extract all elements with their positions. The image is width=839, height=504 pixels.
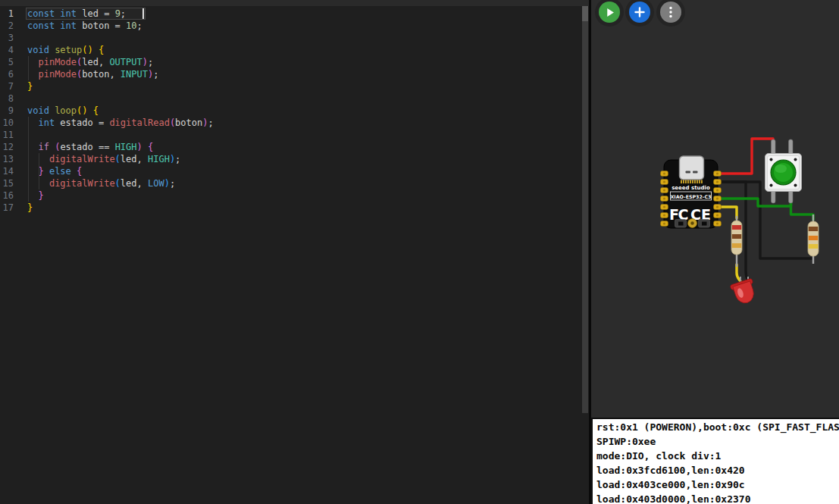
code-line-6[interactable]: 6 pinMode(boton, INPUT);: [0, 68, 589, 80]
indent-guide: [39, 153, 39, 189]
line-number: 6: [0, 68, 14, 80]
line-number: 2: [0, 20, 14, 32]
line-number: 14: [0, 165, 14, 177]
serial-line: load:0x403ce000,len:0x90c: [596, 477, 839, 492]
line-number: 5: [0, 56, 14, 68]
simulation-panel[interactable]: seeed studio XIAO-ESP32-C3 FC CE: [591, 0, 839, 419]
serial-line: load:0x403d0000,len:0x2370: [596, 492, 839, 504]
serial-line: load:0x3fcd6100,len:0x420: [596, 463, 839, 477]
serial-line: mode:DIO, clock div:1: [596, 449, 839, 463]
code-line-4[interactable]: 4void setup() {: [0, 44, 589, 56]
board-model-label: XIAO-ESP32-C3: [671, 194, 712, 199]
code-line-14[interactable]: 14 } else {: [0, 165, 589, 177]
code-line-3[interactable]: 3: [0, 32, 589, 44]
wire-green-button-resistor[interactable]: [791, 193, 814, 220]
line-number: 9: [0, 105, 14, 117]
code-line-2[interactable]: 2const int boton = 10;: [0, 20, 589, 32]
line-number: 15: [0, 177, 14, 189]
serial-line: rst:0x1 (POWERON),boot:0xc (SPI_FAST_FLA…: [596, 420, 839, 434]
scrollbar-thumb[interactable]: [582, 6, 588, 21]
green-pushbutton[interactable]: [765, 139, 802, 203]
code-line-5[interactable]: 5 pinMode(led, OUTPUT);: [0, 56, 589, 68]
code-line-1[interactable]: 1const int led = 9;: [0, 8, 589, 20]
line-number: 8: [0, 92, 14, 105]
xiao-esp32c3-board[interactable]: seeed studio XIAO-ESP32-C3 FC CE: [661, 156, 722, 228]
code-line-8[interactable]: 8: [0, 92, 589, 105]
wokwi-simulator-window: 1const int led = 9;2const int boton = 10…: [0, 0, 839, 504]
board-boot-button[interactable]: [675, 220, 687, 228]
code-line-15[interactable]: 15 digitalWrite(led, LOW);: [0, 177, 589, 189]
usb-c-connector: [680, 156, 704, 180]
text-cursor: [142, 8, 144, 19]
line-number: 11: [0, 129, 14, 141]
line-number: 12: [0, 141, 14, 153]
code-line-16[interactable]: 16 }: [0, 189, 589, 202]
line-number: 1: [0, 8, 14, 20]
board-reset-button[interactable]: [699, 220, 710, 228]
code-line-9[interactable]: 9void loop() {: [0, 105, 589, 117]
code-line-7[interactable]: 7}: [0, 80, 589, 92]
serial-line: SPIWP:0xee: [596, 434, 839, 449]
code-editor[interactable]: 1const int led = 9;2const int boton = 10…: [0, 0, 589, 504]
line-number: 3: [0, 32, 14, 44]
line-number: 7: [0, 80, 14, 92]
code-line-12[interactable]: 12 if (estado == HIGH) {: [0, 141, 589, 153]
code-line-17[interactable]: 17}: [0, 202, 589, 214]
indent-guide: [28, 56, 29, 80]
code-lines[interactable]: 1const int led = 9;2const int boton = 10…: [0, 0, 589, 214]
line-number: 4: [0, 44, 14, 56]
line-number: 13: [0, 153, 14, 165]
line-number: 10: [0, 117, 14, 129]
red-led[interactable]: [730, 277, 758, 306]
editor-scrollbar[interactable]: [582, 6, 588, 413]
resistor-led-series[interactable]: [731, 216, 742, 267]
indent-guide: [28, 117, 29, 202]
code-line-10[interactable]: 10 int estado = digitalRead(boton);: [0, 117, 589, 129]
circuit-canvas[interactable]: seeed studio XIAO-ESP32-C3 FC CE: [591, 0, 839, 419]
board-brand-label: seeed studio: [672, 185, 710, 191]
serial-monitor[interactable]: rst:0x1 (POWERON),boot:0xc (SPI_FAST_FLA…: [591, 418, 839, 504]
line-number: 17: [0, 202, 14, 214]
code-line-11[interactable]: 11: [0, 129, 589, 141]
antenna-connector: [688, 219, 697, 228]
wire-green-board-button[interactable]: [718, 193, 791, 206]
code-line-13[interactable]: 13 digitalWrite(led, HIGH);: [0, 153, 589, 165]
resistor-pulldown[interactable]: [808, 214, 819, 264]
line-number: 16: [0, 189, 14, 202]
